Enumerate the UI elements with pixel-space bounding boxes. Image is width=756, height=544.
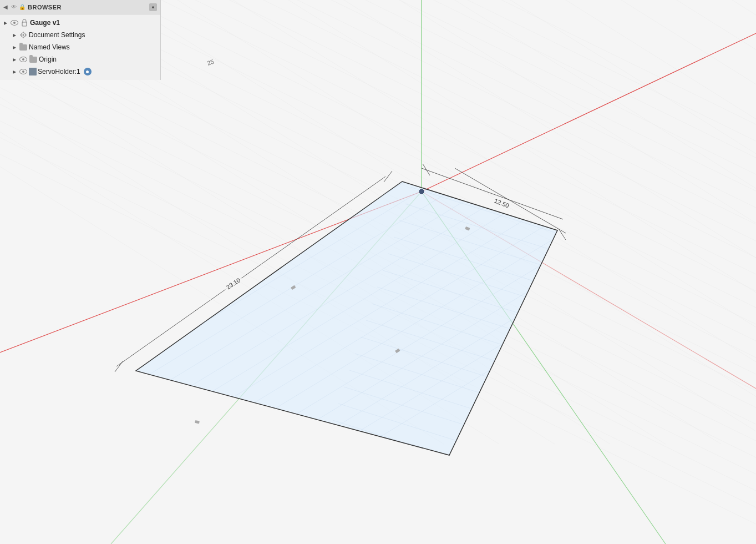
browser-eye-icon[interactable]: 👁 — [11, 4, 17, 10]
browser-collapse-icon[interactable]: ◀ — [3, 4, 8, 10]
eye-icon-root — [11, 20, 18, 26]
viewport-svg: 23.10 12.50 25 — [0, 0, 756, 544]
tree-item-origin[interactable]: Origin — [0, 53, 160, 66]
folder-icon-named-views-container — [19, 43, 28, 52]
document-settings-label: Document Settings — [29, 31, 85, 39]
svg-rect-106 — [22, 22, 27, 26]
eye-icon-servo — [19, 69, 27, 74]
lock-icon-root — [21, 19, 28, 27]
settings-icon — [19, 31, 27, 39]
tree-arrow-root[interactable] — [2, 19, 9, 26]
box-icon-servo — [29, 68, 37, 75]
tree-arrow-named-views[interactable] — [11, 44, 18, 51]
browser-close-button[interactable]: ● — [149, 3, 157, 11]
tree-arrow-servoholder[interactable] — [11, 68, 18, 75]
eye-icon-origin-container — [19, 55, 28, 64]
eye-icon-servo-container — [19, 67, 28, 76]
tree-item-servoholder[interactable]: ServoHolder:1 — [0, 66, 160, 78]
tree-arrow-doc-settings[interactable] — [11, 32, 18, 38]
tree-item-root[interactable]: Gauge v1 — [0, 17, 160, 29]
tree-item-named-views[interactable]: Named Views — [0, 41, 160, 53]
tree-icon-lock — [20, 18, 29, 27]
browser-tree: Gauge v1 Document Settings — [0, 14, 160, 80]
browser-lock-icon[interactable]: 🔒 — [19, 4, 26, 10]
servoholder-label: ServoHolder:1 — [38, 68, 80, 75]
root-label: Gauge v1 — [30, 19, 60, 27]
tree-icon-visible — [10, 18, 19, 27]
origin-label: Origin — [39, 56, 57, 63]
svg-point-108 — [23, 34, 24, 36]
svg-point-101 — [419, 189, 424, 194]
folder-icon-origin-container — [29, 55, 38, 64]
browser-header: ◀ 👁 🔒 BROWSER ● — [0, 0, 160, 14]
named-views-label: Named Views — [29, 43, 70, 51]
servo-badge — [84, 68, 92, 75]
eye-icon-origin — [19, 57, 27, 62]
settings-icon-container — [19, 31, 28, 39]
viewport[interactable]: 23.10 12.50 25 — [0, 0, 756, 544]
tree-item-document-settings[interactable]: Document Settings — [0, 29, 160, 41]
tree-arrow-origin[interactable] — [11, 56, 18, 63]
browser-panel: ◀ 👁 🔒 BROWSER ● Gauge v1 — [0, 0, 161, 80]
folder-icon-origin — [29, 57, 37, 63]
folder-icon-named-views — [19, 44, 27, 51]
servo-badge-dot — [86, 70, 89, 73]
browser-title: BROWSER — [28, 4, 147, 11]
